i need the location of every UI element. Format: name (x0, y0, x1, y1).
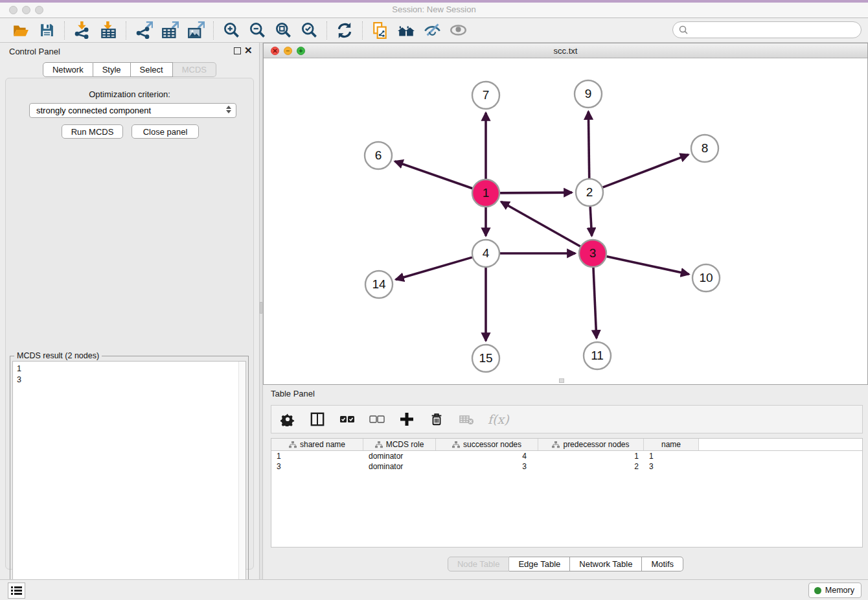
export-table-icon[interactable] (160, 21, 179, 40)
table-cell[interactable]: dominator (363, 461, 436, 472)
window-resize-handle[interactable] (559, 378, 564, 383)
import-table-icon[interactable] (98, 21, 118, 40)
refresh-icon[interactable] (335, 21, 354, 40)
memory-label: Memory (825, 586, 854, 595)
network-canvas[interactable]: 7968124314101511 (264, 58, 867, 384)
table-cell[interactable]: 3 (271, 461, 363, 472)
graph-edge-3-1[interactable] (501, 202, 580, 246)
splitter-grip[interactable] (260, 302, 262, 314)
column-settings-icon[interactable] (279, 411, 296, 428)
node-table-body: 1dominator4113dominator323 (271, 451, 862, 472)
task-history-button[interactable] (8, 583, 25, 599)
graph-edge-1-2[interactable] (500, 192, 572, 193)
optimization-criterion-label: Optimization criterion: (6, 89, 253, 99)
column-header-shared-name[interactable]: shared name (271, 439, 363, 450)
function-builder-icon: f(x) (488, 412, 509, 426)
control-panel-close-icon[interactable]: ✕ (244, 45, 253, 55)
graph-node-label-15: 15 (479, 351, 492, 365)
graph-edge-3-10[interactable] (606, 257, 689, 275)
tab-network-table[interactable]: Network Table (570, 557, 642, 571)
zoom-out-icon[interactable] (247, 21, 267, 40)
table-panel-tabbar: Node TableEdge TableNetwork TableMotifs (448, 557, 683, 571)
hide-selected-icon[interactable] (422, 21, 442, 40)
table-cell[interactable]: 3 (644, 461, 699, 472)
column-header-filler (699, 439, 862, 450)
main-toolbar (0, 18, 868, 43)
tab-motifs[interactable]: Motifs (642, 557, 683, 571)
tab-node-table[interactable]: Node Table (448, 557, 510, 571)
result-node-id[interactable]: 3 (17, 375, 234, 386)
tab-style[interactable]: Style (93, 62, 131, 77)
graph-node-label-11: 11 (591, 349, 604, 362)
graph-node-label-3: 3 (589, 246, 597, 260)
table-cell[interactable]: 4 (436, 451, 538, 461)
close-panel-button[interactable]: Close panel (131, 124, 199, 139)
criterion-select[interactable]: strongly connected component (29, 103, 236, 118)
toolbar-separator (213, 21, 214, 40)
column-header-predecessor-nodes[interactable]: predecessor nodes (538, 439, 644, 450)
delete-table-icon (458, 411, 475, 428)
result-node-id[interactable]: 1 (17, 363, 234, 375)
table-cell[interactable]: dominator (363, 451, 436, 461)
zoom-fit-icon[interactable] (273, 21, 293, 40)
toolbar-separator (326, 21, 327, 40)
new-network-from-selection-icon[interactable] (371, 21, 390, 40)
graph-node-label-6: 6 (375, 148, 382, 162)
fit-content-icon[interactable] (396, 21, 416, 40)
run-mcds-button[interactable]: Run MCDS (62, 124, 123, 139)
tab-mcds[interactable]: MCDS (173, 62, 216, 77)
split-panel-icon[interactable] (309, 411, 326, 428)
table-cell[interactable]: 3 (436, 461, 538, 472)
table-cell[interactable]: 1 (644, 451, 699, 461)
table-cell[interactable]: 2 (538, 461, 644, 472)
zoom-selected-icon[interactable] (299, 21, 319, 40)
control-panel-float-icon[interactable] (234, 47, 241, 54)
app-titlebar: Session: New Session (0, 0, 868, 18)
graph-node-label-10: 10 (699, 271, 713, 284)
open-session-icon[interactable] (11, 21, 30, 40)
graph-edge-2-8[interactable] (603, 155, 689, 188)
deselect-all-columns-icon[interactable] (369, 411, 385, 428)
toolbar-separator (126, 21, 126, 40)
zoom-in-icon[interactable] (222, 21, 241, 40)
delete-column-icon[interactable] (428, 411, 445, 428)
export-network-icon[interactable] (134, 21, 154, 40)
graph-edge-2-9[interactable] (588, 111, 589, 178)
tab-network[interactable]: Network (43, 62, 93, 77)
graph-node-label-8: 8 (702, 141, 709, 155)
tab-select[interactable]: Select (131, 62, 173, 77)
column-header-successor-nodes[interactable]: successor nodes (436, 439, 538, 450)
result-scrollbar[interactable] (238, 362, 246, 598)
column-header-name[interactable]: name (644, 439, 699, 450)
table-toolbar: f(x) (271, 405, 863, 433)
table-cell[interactable]: 1 (271, 451, 363, 461)
memory-status-icon (814, 587, 821, 594)
save-session-icon[interactable] (37, 21, 56, 40)
column-header-mcds-role[interactable]: MCDS role (363, 439, 436, 450)
graph-node-label-4: 4 (483, 246, 490, 260)
memory-button[interactable]: Memory (808, 583, 862, 598)
graph-edge-2-3[interactable] (590, 207, 591, 236)
toolbar-separator (362, 21, 363, 40)
status-bar: Memory (0, 579, 868, 600)
select-all-columns-icon[interactable] (339, 411, 356, 428)
control-panel-tabbar: NetworkStyleSelectMCDS (43, 62, 216, 77)
mcds-result-area[interactable]: 13 (12, 361, 246, 599)
import-network-icon[interactable] (73, 21, 92, 40)
node-table: shared nameMCDS rolesuccessor nodesprede… (271, 438, 863, 548)
export-image-icon[interactable] (186, 21, 205, 40)
table-panel: Table Panel ✕ f(x) shared nameMCDS roles… (263, 385, 868, 579)
table-cell[interactable]: 1 (538, 451, 644, 461)
tab-edge-table[interactable]: Edge Table (509, 557, 570, 571)
table-row[interactable]: 1dominator411 (271, 451, 862, 461)
criterion-value: strongly connected component (36, 106, 151, 115)
show-all-icon[interactable] (448, 21, 468, 40)
graph-edge-1-6[interactable] (394, 161, 472, 189)
graph-edge-3-11[interactable] (593, 268, 597, 338)
graph-edge-4-14[interactable] (396, 257, 472, 279)
add-column-icon[interactable] (398, 411, 415, 428)
titlebar-accent (0, 0, 868, 3)
graph-node-label-9: 9 (585, 87, 592, 100)
table-row[interactable]: 3dominator323 (271, 461, 862, 472)
search-input[interactable] (689, 23, 861, 36)
